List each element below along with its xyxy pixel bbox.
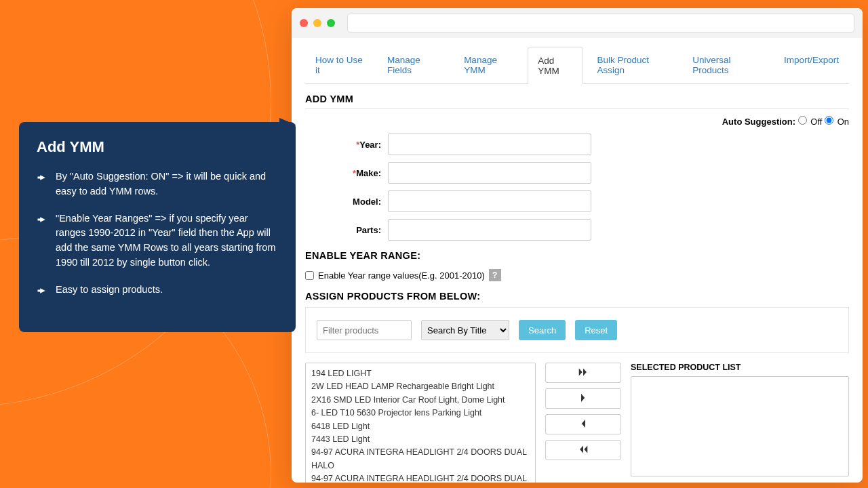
double-chevron-left-icon [578,445,588,455]
enable-year-range-label: Enable Year range values(E.g. 2001-2010) [318,270,485,281]
selected-product-list-title: SELECTED PRODUCT LIST [631,363,849,372]
tab-bulk-assign[interactable]: Bulk Product Assign [587,46,679,83]
list-item[interactable]: 6- LED T10 5630 Projector lens Parking L… [311,407,530,420]
callout-title: Add YMM [37,138,278,156]
tab-import-export[interactable]: Import/Export [774,46,849,83]
list-item[interactable]: 2X16 SMD LED Interior Car Roof Light, Do… [311,394,530,407]
list-item[interactable]: 7443 LED Light [311,433,530,446]
page-title: ADD YMM [305,94,849,109]
point-right-icon [37,171,49,188]
close-icon[interactable] [300,19,308,27]
move-right-button[interactable] [545,388,621,409]
list-item[interactable]: 2W LED HEAD LAMP Rechargeable Bright Lig… [311,380,530,393]
year-label: *Year: [305,140,388,150]
tab-add-ymm[interactable]: Add YMM [528,47,583,84]
parts-label: Parts: [305,225,388,235]
reset-button[interactable]: Reset [575,320,617,340]
model-label: Model: [305,197,388,207]
callout-bullet: By "Auto Suggestion: ON" => it will be q… [37,169,278,199]
tab-manage-fields[interactable]: Manage Fields [377,46,450,83]
auto-suggestion-on[interactable] [825,116,833,125]
list-item[interactable]: 94-97 ACURA INTEGRA HEADLIGHT 2/4 DOORS … [311,446,530,472]
model-field[interactable] [388,190,591,212]
move-left-button[interactable] [545,414,621,434]
filter-products-input[interactable] [317,320,412,340]
minimize-icon[interactable] [313,19,321,27]
help-icon[interactable]: ? [489,269,501,281]
list-item[interactable]: 194 LED LIGHT [311,367,530,380]
chevron-right-icon [580,394,587,404]
tab-universal-products[interactable]: Universal Products [682,46,770,83]
double-chevron-right-icon [578,368,588,378]
chevron-left-icon [580,420,587,430]
make-field[interactable] [388,162,591,184]
auto-suggestion-off[interactable] [798,116,807,125]
enable-year-range-checkbox[interactable] [305,271,314,280]
list-item[interactable]: 6418 LED Light [311,420,530,433]
list-item[interactable]: 94-97 ACURA INTEGRA HEADLIGHT 2/4 DOORS … [311,472,530,483]
search-by-select[interactable]: Search By Title [421,320,509,340]
move-all-right-button[interactable] [545,363,621,383]
assign-products-title: ASSIGN PRODUCTS FROM BELOW: [305,291,849,302]
product-list[interactable]: 194 LED LIGHT 2W LED HEAD LAMP Rechargea… [305,363,536,483]
tab-how-to-use[interactable]: How to Use it [305,46,373,83]
callout-panel: Add YMM By "Auto Suggestion: ON" => it w… [19,122,296,332]
selected-product-list[interactable] [631,376,849,476]
make-label: *Make: [305,168,388,178]
point-right-icon [37,214,49,230]
callout-bullet: "Enable Year Ranges" => if you specify y… [37,211,278,270]
filter-box: Search By Title Search Reset [305,307,849,353]
tabs: How to Use it Manage Fields Manage YMM A… [305,46,849,84]
move-all-left-button[interactable] [545,440,621,460]
parts-field[interactable] [388,219,591,241]
year-field[interactable] [388,134,591,155]
enable-year-range-title: ENABLE YEAR RANGE: [305,250,849,261]
callout-bullet: Easy to assign products. [37,283,278,302]
search-button[interactable]: Search [519,320,566,340]
titlebar [292,8,863,38]
auto-suggestion-toggle: Auto Suggestion: Off On [305,116,849,127]
maximize-icon[interactable] [327,19,335,27]
point-right-icon [37,285,49,302]
tab-manage-ymm[interactable]: Manage YMM [454,46,524,83]
app-window: How to Use it Manage Fields Manage YMM A… [292,8,863,483]
url-bar[interactable] [347,14,854,33]
